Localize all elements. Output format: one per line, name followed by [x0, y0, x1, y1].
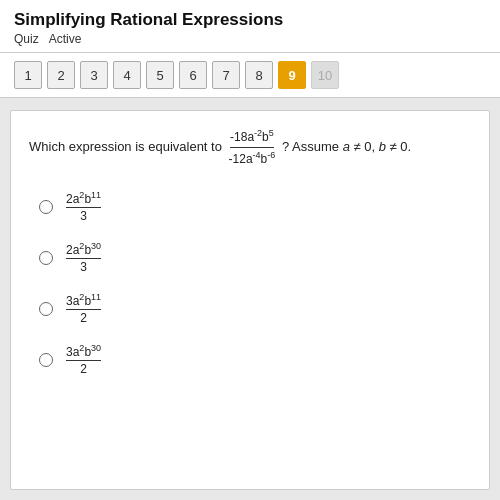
nav-btn-8[interactable]: 8: [245, 61, 273, 89]
prompt-after: ? Assume a ≠ 0, b ≠ 0.: [282, 139, 411, 154]
radio-option-1[interactable]: [39, 200, 53, 214]
nav-btn-1[interactable]: 1: [14, 61, 42, 89]
active-label: Active: [49, 32, 82, 46]
prompt-before: Which expression is equivalent to: [29, 139, 222, 154]
option-2-content: 2a2b30 3: [63, 241, 104, 274]
option-4-content: 3a2b30 2: [63, 343, 104, 376]
option-3-content: 3a2b11 2: [63, 292, 104, 325]
option-row-3: 3a2b11 2: [39, 292, 471, 325]
nav-btn-7[interactable]: 7: [212, 61, 240, 89]
quiz-label: Quiz: [14, 32, 39, 46]
option-row-4: 3a2b30 2: [39, 343, 471, 376]
question-text: Which expression is equivalent to -18a-2…: [29, 127, 471, 168]
nav-btn-2[interactable]: 2: [47, 61, 75, 89]
nav-btn-4[interactable]: 4: [113, 61, 141, 89]
content-area: Which expression is equivalent to -18a-2…: [10, 110, 490, 490]
radio-option-3[interactable]: [39, 302, 53, 316]
nav-btn-10: 10: [311, 61, 339, 89]
radio-option-2[interactable]: [39, 251, 53, 265]
options-list: 2a2b11 3 2a2b30 3 3a2b11 2: [29, 190, 471, 376]
page-title: Simplifying Rational Expressions: [14, 10, 486, 30]
option-1-content: 2a2b11 3: [63, 190, 104, 223]
nav-btn-6[interactable]: 6: [179, 61, 207, 89]
nav-btn-3[interactable]: 3: [80, 61, 108, 89]
nav-btn-9[interactable]: 9: [278, 61, 306, 89]
option-row-1: 2a2b11 3: [39, 190, 471, 223]
expression-fraction: -18a-2b5 -12a-4b-6: [226, 139, 282, 154]
header: Simplifying Rational Expressions Quiz Ac…: [0, 0, 500, 53]
option-row-2: 2a2b30 3: [39, 241, 471, 274]
question-nav: 1 2 3 4 5 6 7 8 9 10: [0, 53, 500, 98]
nav-btn-5[interactable]: 5: [146, 61, 174, 89]
radio-option-4[interactable]: [39, 353, 53, 367]
